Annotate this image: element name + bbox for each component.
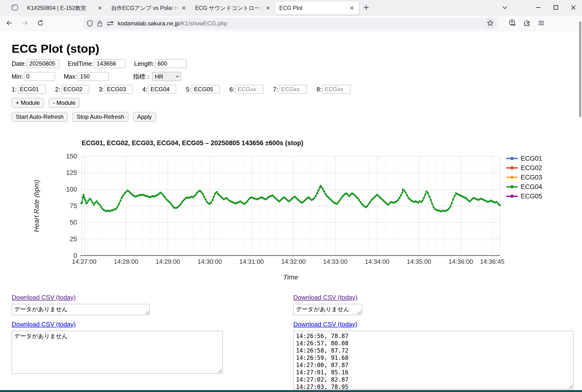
min-input[interactable]	[24, 72, 55, 81]
tab-close-icon[interactable]	[264, 4, 272, 12]
add-module-button[interactable]: + Module	[12, 98, 44, 108]
tab-title: ECG Plot	[279, 5, 348, 11]
lock-icon[interactable]	[97, 20, 103, 27]
start-auto-refresh-button[interactable]: Start Auto-Refresh	[12, 112, 68, 122]
x-tick-label: 14:27:00	[72, 258, 96, 265]
module-8-input[interactable]	[323, 85, 351, 94]
x-tick-label: 14:34:00	[365, 258, 389, 265]
csv-textarea-1[interactable]: データがありません	[12, 304, 150, 315]
extensions-button[interactable]	[521, 18, 533, 30]
toolbar-right	[504, 18, 547, 30]
back-button[interactable]	[4, 18, 16, 30]
module-2-input[interactable]	[61, 85, 89, 94]
date-input[interactable]	[27, 59, 59, 68]
tab-2[interactable]: 自作ECGアンプ vs Polar H10 | E-152教	[107, 2, 191, 14]
endtime-label: EndTime:	[68, 60, 94, 67]
maximize-button[interactable]	[547, 0, 564, 16]
star-icon	[487, 20, 494, 27]
metric-select[interactable]: HR	[152, 72, 181, 81]
tab-close-icon[interactable]	[96, 4, 104, 12]
csv-textarea-2[interactable]: データがありません	[293, 304, 362, 315]
plus-icon	[363, 4, 369, 12]
legend-item-ECG05: ECG05	[506, 192, 542, 200]
module-buttons-row: + Module - Module	[12, 98, 582, 108]
download-csv-link-4[interactable]: Download CSV (today)	[293, 320, 357, 328]
module-5-label: 5:	[186, 86, 191, 93]
length-label: Length:	[134, 60, 154, 67]
stop-auto-refresh-button[interactable]: Stop Auto-Refresh	[72, 112, 128, 122]
reload-button[interactable]	[34, 18, 47, 30]
tab-close-icon[interactable]	[348, 4, 356, 12]
list-all-tabs-button[interactable]	[499, 2, 510, 14]
max-input[interactable]	[78, 72, 109, 81]
x-tick-label: 14:32:00	[281, 258, 306, 265]
x-tick-label: 14:35:00	[407, 258, 431, 265]
module-6-label: 6:	[229, 86, 234, 93]
forward-button[interactable]	[19, 18, 31, 30]
minimize-button[interactable]	[530, 0, 547, 16]
chart-title: ECG01, ECG02, ECG03, ECG04, ECG05 – 2025…	[82, 140, 303, 147]
new-tab-button[interactable]	[361, 3, 372, 13]
scrollbar-thumb[interactable]	[579, 21, 581, 117]
x-tick-label: 14:30:00	[197, 258, 222, 265]
form-row-datetime: Date: EndTime: Length:	[12, 59, 582, 68]
module-3-label: 3:	[99, 86, 104, 93]
menu-button[interactable]	[535, 18, 547, 30]
legend-item-ECG04: ECG04	[506, 183, 542, 190]
download-csv-link-2[interactable]: Download CSV (today)	[293, 294, 357, 301]
module-1-input[interactable]	[18, 85, 46, 94]
tab-title: K1#250804 | E-152教室	[27, 4, 96, 12]
y-tick-label: 50	[70, 219, 77, 226]
tab-3[interactable]: ECG サウンドコントロール	[191, 2, 275, 14]
tab-close-icon[interactable]	[180, 4, 188, 12]
x-tick-label: 14:29:00	[156, 258, 180, 265]
close-icon	[570, 4, 577, 12]
module-4-label: 4:	[142, 86, 147, 93]
apply-button[interactable]: Apply	[133, 112, 156, 122]
y-axis-title: Heart Rate (bpm)	[33, 180, 40, 232]
ecg-chart: 025507510012515014:27:0014:28:0014:29:00…	[32, 148, 555, 290]
module-7-input[interactable]	[279, 85, 307, 94]
account-button[interactable]	[506, 18, 518, 30]
remove-module-button[interactable]: - Module	[49, 98, 79, 108]
download-csv-link-3[interactable]: Download CSV (today)	[12, 320, 76, 328]
close-window-button[interactable]	[564, 0, 582, 16]
bookmark-star-button[interactable]	[485, 18, 495, 29]
x-tick-label: 14:31:00	[239, 258, 264, 265]
permissions-icon[interactable]	[107, 20, 114, 26]
date-label: Date:	[12, 60, 26, 67]
module-6-input[interactable]	[235, 85, 263, 94]
tracking-shield-icon[interactable]	[87, 20, 93, 27]
firefox-view-button[interactable]	[9, 2, 20, 14]
length-input[interactable]	[155, 59, 186, 68]
module-8-label: 8:	[317, 86, 322, 93]
form-row-modules: 1:2:3:4:5:6:7:8:	[12, 85, 582, 94]
module-3-input[interactable]	[105, 85, 133, 94]
x-axis-title: Time	[283, 274, 298, 281]
legend-label: ECG01	[521, 155, 542, 162]
module-4-input[interactable]	[148, 85, 176, 94]
csv-textarea-3[interactable]: データがありません	[12, 331, 223, 374]
tab-1[interactable]: K1#250804 | E-152教室	[23, 2, 107, 14]
account-icon	[508, 19, 516, 28]
tab-title: ECG サウンドコントロール	[195, 4, 264, 12]
x-tick-label: 14:33:00	[323, 258, 348, 265]
hamburger-icon	[538, 19, 545, 28]
taskbar-edge-strip	[0, 390, 582, 392]
download-csv-link-1[interactable]: Download CSV (today)	[12, 294, 76, 301]
legend-item-ECG03: ECG03	[506, 174, 542, 181]
url-bar[interactable]: kodamalab.sakura.ne.jp/K1/showECG.php	[83, 18, 497, 29]
puzzle-piece-icon	[523, 19, 530, 28]
legend-label: ECG05	[521, 192, 542, 200]
browser-window: K1#250804 | E-152教室自作ECGアンプ vs Polar H10…	[0, 0, 582, 392]
form-row-range: Min: Max: 指標： HR	[12, 72, 582, 81]
back-arrow-icon	[6, 19, 13, 28]
csv-textarea-4[interactable]: 14:26:56, 78.87 14:26:57, 80.08 14:26:58…	[293, 331, 573, 389]
legend-label: ECG04	[521, 183, 542, 190]
tab-4[interactable]: ECG Plot	[275, 2, 359, 14]
y-tick-label: 25	[70, 236, 77, 243]
module-5-input[interactable]	[192, 85, 220, 94]
firefox-view-icon	[11, 4, 19, 12]
endtime-input[interactable]	[95, 59, 125, 68]
tab-title: 自作ECGアンプ vs Polar H10 | E-152教	[111, 4, 180, 12]
